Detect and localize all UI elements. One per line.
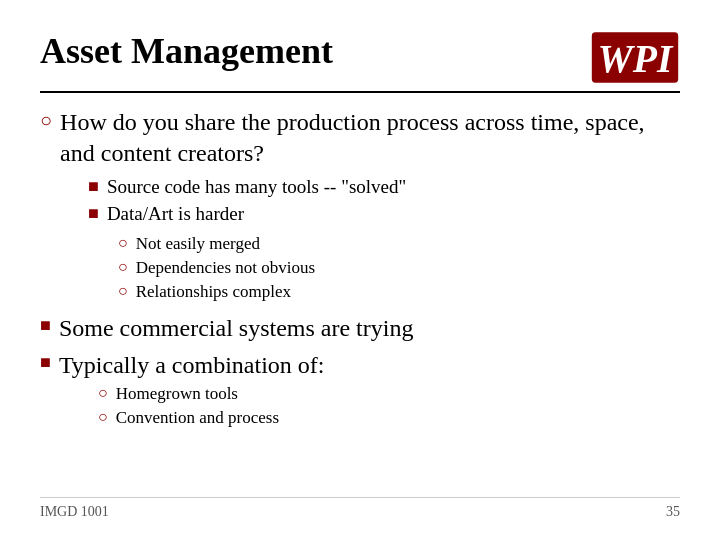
sub-sub-text-4: Homegrown tools [116,383,238,406]
sub-bullet-icon-1-2: ■ [88,203,99,224]
sub-bullet-1-2-text: Data/Art is harder [107,202,244,227]
main-bullet-2-text: Some commercial systems are trying [59,313,414,344]
main-bullet-2: ■ Some commercial systems are trying [40,313,680,344]
main-bullet-1-text: How do you share the production process … [60,107,680,169]
title-divider [40,91,680,93]
sub-sub-icon-5: ○ [98,408,108,426]
bullet-icon-1: ○ [40,109,52,132]
slide: Asset Management WPI ○ How do you share … [0,0,720,540]
sub-sub-text-3: Relationships complex [136,281,291,304]
slide-title: Asset Management [40,30,580,72]
svg-text:WPI: WPI [598,37,674,81]
sub-sub-text-5: Convention and process [116,407,279,430]
sub-sub-text-1: Not easily merged [136,233,260,256]
sub-sub-icon-2: ○ [118,258,128,276]
sub-bullet-icon-1-1: ■ [88,176,99,197]
sub-bullets-1: ■ Source code has many tools -- "solved"… [88,175,680,228]
footer-page-number: 35 [666,504,680,520]
slide-footer: IMGD 1001 35 [40,497,680,520]
bullet-icon-3: ■ [40,352,51,373]
sub-sub-text-2: Dependencies not obvious [136,257,315,280]
header-area: Asset Management WPI [40,30,680,85]
sub-sub-bullets-typically: ○ Homegrown tools ○ Convention and proce… [98,383,680,431]
bullet-icon-2: ■ [40,315,51,336]
main-bullet-3: ■ Typically a combination of: [40,350,680,381]
sub-sub-bullet-5: ○ Convention and process [98,407,680,430]
footer-course-code: IMGD 1001 [40,504,109,520]
main-bullet-1: ○ How do you share the production proces… [40,107,680,169]
sub-sub-bullet-4: ○ Homegrown tools [98,383,680,406]
sub-sub-bullet-2: ○ Dependencies not obvious [118,257,680,280]
wpi-logo: WPI [590,30,680,85]
sub-sub-icon-3: ○ [118,282,128,300]
sub-bullet-1-2: ■ Data/Art is harder [88,202,680,227]
sub-bullet-1-1-text: Source code has many tools -- "solved" [107,175,406,200]
sub-sub-bullet-3: ○ Relationships complex [118,281,680,304]
sub-sub-icon-4: ○ [98,384,108,402]
slide-content: ○ How do you share the production proces… [40,107,680,497]
main-bullet-3-text: Typically a combination of: [59,350,325,381]
sub-sub-icon-1: ○ [118,234,128,252]
sub-bullet-1-1: ■ Source code has many tools -- "solved" [88,175,680,200]
sub-sub-bullet-1: ○ Not easily merged [118,233,680,256]
sub-sub-bullets-data-art: ○ Not easily merged ○ Dependencies not o… [118,233,680,305]
